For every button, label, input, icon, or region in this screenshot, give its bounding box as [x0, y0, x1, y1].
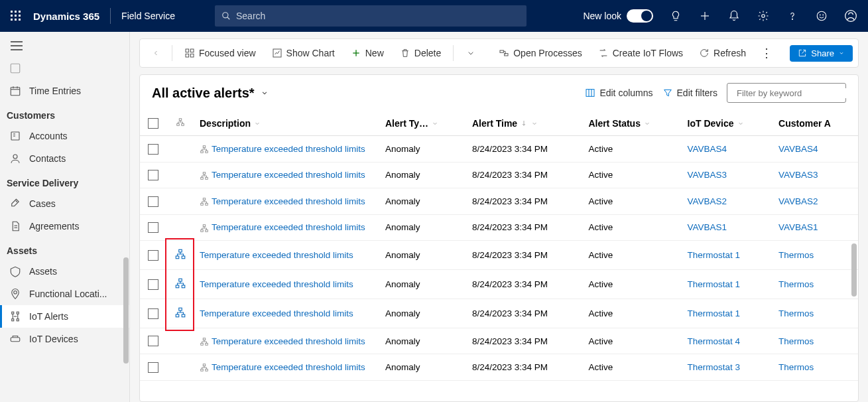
help-icon[interactable]	[780, 0, 804, 32]
description-link[interactable]: Temperature exceeded threshold limits	[212, 196, 365, 206]
grid-scrollbar-thumb[interactable]	[851, 243, 857, 297]
hierarchy-icon[interactable]	[174, 277, 186, 289]
device-link[interactable]: VAVBAS3	[688, 170, 727, 180]
sidebar-item-cases[interactable]: Cases	[0, 192, 129, 215]
hierarchy-icon[interactable]	[200, 224, 209, 233]
sidebar-item-iot-devices[interactable]: IoT Devices	[0, 328, 129, 350]
hierarchy-icon[interactable]	[200, 363, 209, 372]
device-link[interactable]: VAVBAS1	[688, 222, 727, 232]
sidebar-item-agreements[interactable]: Agreements	[0, 215, 129, 237]
customer-link[interactable]: VAVBAS1	[778, 222, 818, 232]
table-row[interactable]: Temperature exceeded threshold limitsAno…	[140, 299, 858, 328]
new-look-toggle[interactable]: New look	[583, 9, 653, 23]
column-header-alert-type[interactable]: Alert Ty…	[380, 111, 467, 136]
row-checkbox[interactable]	[148, 250, 158, 261]
open-processes-button[interactable]: Open Processes	[492, 44, 589, 62]
row-checkbox[interactable]	[148, 362, 158, 373]
global-search[interactable]	[215, 5, 527, 27]
device-link[interactable]: VAVBAS4	[688, 144, 727, 154]
row-checkbox[interactable]	[148, 170, 158, 180]
hierarchy-icon[interactable]	[174, 306, 186, 318]
row-checkbox[interactable]	[148, 222, 158, 233]
delete-dropdown[interactable]	[459, 44, 483, 62]
hierarchy-icon[interactable]	[200, 145, 209, 154]
device-link[interactable]: VAVBAS2	[688, 196, 727, 206]
customer-link[interactable]: Thermos	[778, 308, 814, 318]
customer-link[interactable]: Thermos	[778, 336, 814, 346]
description-link[interactable]: Temperature exceeded threshold limits	[200, 308, 353, 318]
sidebar-scrollbar-thumb[interactable]	[123, 257, 129, 364]
row-checkbox[interactable]	[148, 336, 158, 346]
device-link[interactable]: Thermostat 1	[688, 308, 741, 318]
column-header-alert-status[interactable]: Alert Status	[583, 111, 682, 136]
sidebar-item-time-entries[interactable]: Time Entries	[0, 80, 129, 102]
bell-icon[interactable]	[722, 0, 746, 32]
description-link[interactable]: Temperature exceeded threshold limits	[212, 362, 365, 372]
back-button[interactable]	[145, 44, 166, 62]
table-row[interactable]: Temperature exceeded threshold limitsAno…	[140, 328, 858, 354]
sidebar-item-contacts[interactable]: Contacts	[0, 147, 129, 170]
row-checkbox[interactable]	[148, 144, 158, 155]
device-link[interactable]: Thermostat 4	[688, 336, 741, 346]
sidebar-item-iot-alerts[interactable]: IoT Alerts	[0, 305, 129, 328]
customer-link[interactable]: Thermos	[778, 362, 814, 372]
hierarchy-icon[interactable]	[200, 337, 209, 346]
checkbox[interactable]	[148, 118, 158, 129]
customer-link[interactable]: VAVBAS3	[778, 170, 818, 180]
column-header-alert-time[interactable]: Alert Time	[467, 111, 583, 136]
sidebar-item-truncated[interactable]	[0, 57, 129, 80]
edit-columns-button[interactable]: Edit columns	[585, 88, 652, 98]
keyword-filter-input[interactable]	[737, 88, 848, 98]
user-profile-icon[interactable]	[839, 0, 863, 32]
edit-filters-button[interactable]: Edit filters	[662, 88, 717, 98]
table-row[interactable]: Temperature exceeded threshold limitsAno…	[140, 214, 858, 240]
delete-button[interactable]: Delete	[393, 44, 448, 62]
table-row[interactable]: Temperature exceeded threshold limitsAno…	[140, 162, 858, 188]
table-row[interactable]: Temperature exceeded threshold limitsAno…	[140, 354, 858, 380]
description-link[interactable]: Temperature exceeded threshold limits	[212, 336, 365, 346]
table-row[interactable]: Temperature exceeded threshold limitsAno…	[140, 241, 858, 270]
plus-icon[interactable]	[693, 0, 717, 32]
share-button[interactable]: Share	[790, 45, 853, 62]
row-checkbox[interactable]	[148, 279, 158, 290]
show-chart-button[interactable]: Show Chart	[265, 44, 341, 62]
search-input[interactable]	[236, 11, 520, 21]
column-header-iot-device[interactable]: IoT Device	[682, 111, 774, 136]
description-link[interactable]: Temperature exceeded threshold limits	[212, 222, 365, 232]
create-iot-flows-button[interactable]: Create IoT Flows	[591, 44, 690, 62]
toggle-switch[interactable]	[627, 9, 653, 23]
description-link[interactable]: Temperature exceeded threshold limits	[200, 250, 353, 260]
sidebar-item-functional-locations[interactable]: Functional Locati...	[0, 283, 129, 305]
column-header-customer[interactable]: Customer A	[773, 111, 858, 136]
smiley-icon[interactable]	[810, 0, 834, 32]
description-link[interactable]: Temperature exceeded threshold limits	[212, 170, 365, 180]
more-commands-button[interactable]: ⋮	[755, 43, 778, 63]
customer-link[interactable]: VAVBAS4	[778, 144, 818, 154]
row-checkbox[interactable]	[148, 308, 158, 319]
gear-icon[interactable]	[751, 0, 775, 32]
sidebar-item-assets[interactable]: Assets	[0, 260, 129, 283]
customer-link[interactable]: Thermos	[778, 279, 814, 289]
device-link[interactable]: Thermostat 1	[688, 279, 741, 289]
lightbulb-icon[interactable]	[664, 0, 688, 32]
view-selector[interactable]: All active alerts*	[152, 86, 269, 101]
customer-link[interactable]: Thermos	[778, 250, 814, 260]
column-hierarchy[interactable]	[166, 111, 194, 136]
table-row[interactable]: Temperature exceeded threshold limitsAno…	[140, 188, 858, 214]
keyword-filter[interactable]	[727, 83, 846, 103]
hierarchy-icon[interactable]	[200, 171, 209, 180]
sidebar-item-accounts[interactable]: Accounts	[0, 125, 129, 147]
customer-link[interactable]: VAVBAS2	[778, 196, 818, 206]
device-link[interactable]: Thermostat 1	[688, 250, 741, 260]
column-select-all[interactable]	[140, 111, 166, 136]
description-link[interactable]: Temperature exceeded threshold limits	[200, 279, 353, 289]
sidebar-scrollbar[interactable]	[123, 65, 129, 402]
new-button[interactable]: New	[344, 44, 391, 62]
hierarchy-icon[interactable]	[200, 197, 209, 206]
table-row[interactable]: Temperature exceeded threshold limitsAno…	[140, 270, 858, 299]
refresh-button[interactable]: Refresh	[692, 44, 753, 62]
app-launcher-icon[interactable]	[5, 5, 27, 27]
table-row[interactable]: Temperature exceeded threshold limitsAno…	[140, 136, 858, 162]
hamburger-icon[interactable]	[0, 37, 129, 57]
focused-view-button[interactable]: Focused view	[178, 44, 263, 62]
